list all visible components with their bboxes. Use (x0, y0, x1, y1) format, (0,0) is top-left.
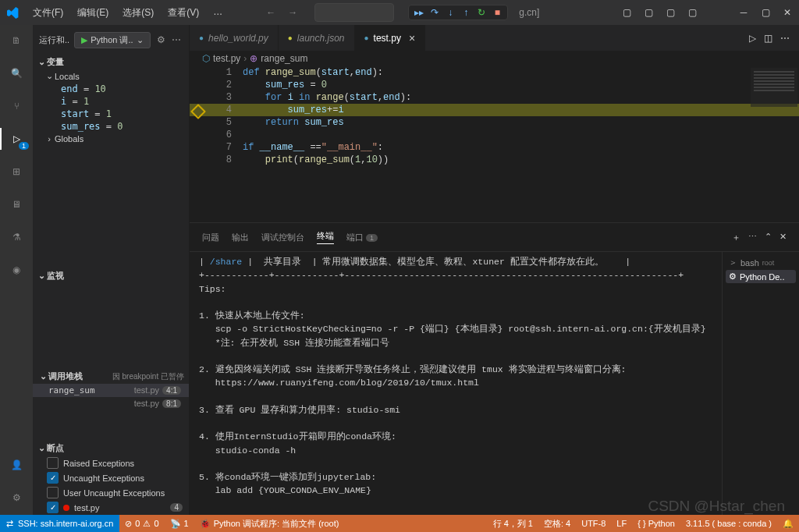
checkbox-icon[interactable] (47, 487, 59, 498)
debug-sidebar: 运行和.. ▶ Python 调.. ⌄ ⚙ ⋯ ⌄变量 ⌄Locals end… (33, 25, 190, 515)
nav-forward-icon[interactable]: → (285, 5, 300, 20)
code-line[interactable]: 7if __name__ =="__main__": (190, 141, 799, 154)
step-out-icon[interactable]: ↑ (460, 7, 471, 18)
menu-item[interactable]: 查看(V) (162, 4, 205, 22)
activity-run[interactable]: ▷1 (7, 129, 26, 148)
run-debug-icon[interactable]: ▷ (749, 33, 756, 44)
continue-icon[interactable]: ▸▸ (414, 7, 424, 18)
callstack-frame[interactable]: test.py8:1 (33, 397, 189, 410)
code-line[interactable]: 5 return sum_res (190, 116, 799, 129)
nav-back-icon[interactable]: ← (263, 5, 279, 20)
code-editor[interactable]: 1def range_sum(start,end):2 sum_res = 03… (190, 66, 799, 222)
status-debug[interactable]: 🐞Python 调试程序: 当前文件 (root) (194, 518, 345, 530)
command-center-input[interactable] (314, 3, 394, 22)
activity-testing[interactable]: ⚗ (7, 228, 26, 246)
new-terminal-icon[interactable]: ＋ (732, 232, 740, 243)
minimap[interactable] (751, 68, 797, 107)
window-min-icon[interactable]: ─ (738, 7, 749, 18)
panel-right-icon[interactable]: ▢ (665, 7, 676, 18)
breakpoint-option[interactable]: User Uncaught Exceptions (33, 485, 189, 500)
editor-tab[interactable]: ●test.py× (355, 25, 426, 51)
menu-item[interactable]: 编辑(E) (71, 4, 115, 22)
activity-explorer[interactable]: 🗎 (7, 31, 26, 50)
activity-extensions[interactable]: ⊞ (7, 162, 26, 181)
globals-scope[interactable]: ›Globals (41, 133, 189, 145)
panel-tab[interactable]: 输出 (232, 232, 249, 243)
status-item[interactable]: UTF-8 (576, 518, 611, 530)
activity-remote[interactable]: 🖥 (7, 195, 26, 214)
status-item[interactable]: { } Python (632, 518, 680, 530)
more-icon[interactable]: ⋯ (780, 33, 790, 44)
code-line[interactable]: 1def range_sum(start,end): (190, 66, 799, 79)
code-line[interactable]: 4 sum_res+=i (190, 104, 799, 116)
step-over-icon[interactable]: ↷ (429, 7, 440, 18)
variable-row[interactable]: end = 10 (41, 83, 189, 95)
code-line[interactable]: 3 for i in range(start,end): (190, 91, 799, 104)
editor-tabs: ●hello_world.py●launch.json●test.py×▷◫⋯ (190, 25, 799, 51)
terminal-icon: ⚙ (729, 271, 737, 282)
code-line[interactable]: 8 print(range_sum(1,10)) (190, 154, 799, 166)
terminal[interactable]: | /share | 共享目录 | 常用微调数据集、模型仓库、教程、xtuner… (190, 252, 722, 515)
terminal-item[interactable]: ＞bashroot (726, 255, 796, 270)
stop-icon[interactable]: ■ (492, 7, 502, 18)
checkbox-icon[interactable] (47, 457, 59, 469)
code-line[interactable]: 2 sum_res = 0 (190, 79, 799, 91)
remote-icon: ⇄ (6, 519, 13, 529)
variables-section[interactable]: ⌄变量 (33, 55, 189, 69)
checkbox-icon[interactable]: ✓ (47, 472, 59, 484)
breakpoint-file[interactable]: ✓ test.py 4 (33, 500, 189, 515)
breakpoint-option[interactable]: Raised Exceptions (33, 456, 189, 470)
activity-scm[interactable]: ⑂ (7, 97, 26, 115)
callstack-section[interactable]: ⌄调用堆栈 (37, 371, 83, 382)
menu-item[interactable]: 文件(F) (27, 4, 69, 22)
activity-account[interactable]: 👤 (7, 456, 26, 474)
restart-icon[interactable]: ↻ (476, 7, 487, 18)
activity-settings[interactable]: ⚙ (7, 488, 26, 507)
split-icon[interactable]: ◫ (764, 33, 772, 44)
status-ports[interactable]: 📡1 (165, 519, 194, 529)
status-item[interactable]: 行 4，列 1 (488, 518, 538, 530)
remote-indicator[interactable]: ⇄ SSH: ssh.intern-ai.org.cn (0, 515, 119, 532)
panel-tab[interactable]: 问题 (202, 232, 219, 243)
window-max-icon[interactable]: ▢ (760, 7, 771, 18)
status-item[interactable]: 3.11.5 ( base : conda ) (680, 518, 777, 530)
close-panel-icon[interactable]: ✕ (779, 232, 787, 243)
panel-tab[interactable]: 端口1 (346, 232, 378, 243)
code-line[interactable]: 6 (190, 129, 799, 141)
variable-row[interactable]: i = 1 (41, 95, 189, 108)
breakpoints-section[interactable]: ⌄断点 (33, 441, 189, 456)
variable-row[interactable]: start = 1 (41, 108, 189, 120)
close-icon[interactable]: × (409, 32, 415, 44)
callstack-frame[interactable]: range_sumtest.py4:1 (33, 384, 189, 397)
breakpoint-option[interactable]: ✓Uncaught Exceptions (33, 470, 189, 485)
activity-edge[interactable]: ◉ (7, 261, 26, 279)
activity-search[interactable]: 🔍 (7, 64, 26, 83)
window-close-icon[interactable]: ✕ (782, 7, 793, 18)
checkbox-icon[interactable]: ✓ (47, 502, 59, 513)
watch-section[interactable]: ⌄监视 (33, 268, 189, 283)
status-bell-icon[interactable]: 🔔 (777, 519, 799, 529)
editor-tab[interactable]: ●launch.json (279, 25, 355, 51)
more-icon[interactable]: ⋯ (172, 34, 181, 45)
start-debug-button[interactable]: ▶ Python 调.. ⌄ (74, 32, 150, 48)
panel-bottom-icon[interactable]: ▢ (643, 7, 654, 18)
step-into-icon[interactable]: ↓ (445, 7, 456, 18)
layout-icon[interactable]: ▢ (687, 7, 698, 18)
gear-icon[interactable]: ⚙ (157, 34, 165, 45)
status-problems[interactable]: ⊘0⚠0 (119, 519, 164, 529)
panel-tab[interactable]: 调试控制台 (261, 232, 304, 243)
maximize-panel-icon[interactable]: ⌃ (765, 232, 772, 243)
status-item[interactable]: 空格: 4 (538, 518, 576, 530)
panel-tab[interactable]: 终端 (317, 230, 334, 244)
panel-left-icon[interactable]: ▢ (621, 7, 632, 18)
terminal-item[interactable]: ⚙Python De.. (726, 270, 796, 283)
more-icon[interactable]: ⋯ (748, 232, 757, 243)
breadcrumb[interactable]: ⬡ test.py › ⊕ range_sum (190, 51, 799, 66)
menu-item[interactable]: 选择(S) (116, 4, 160, 22)
locals-scope[interactable]: ⌄Locals (41, 69, 189, 83)
status-item[interactable]: LF (611, 518, 632, 530)
menu-item[interactable]: … (207, 4, 229, 22)
menu-bar: 文件(F)编辑(E)选择(S)查看(V)… (27, 4, 229, 22)
editor-tab[interactable]: ●hello_world.py (190, 25, 279, 51)
variable-row[interactable]: sum_res = 0 (41, 120, 189, 133)
